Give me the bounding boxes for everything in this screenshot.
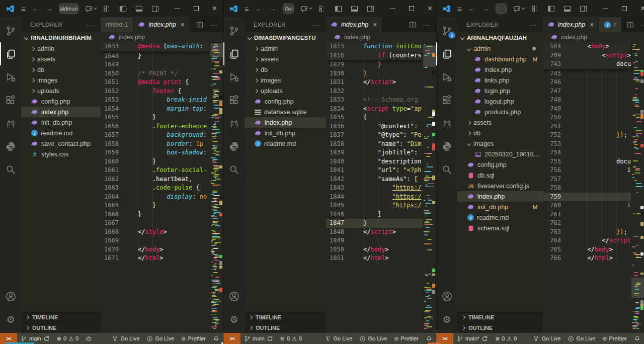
explorer-icon[interactable] <box>436 42 457 65</box>
command-center-search[interactable] <box>496 4 507 14</box>
file-init-db-php[interactable]: init_db.phpM <box>457 202 543 212</box>
minimize-button[interactable] <box>175 9 180 9</box>
panel-timeline[interactable]: TIMELINE <box>245 312 326 322</box>
file-logout-php[interactable]: logout.php <box>457 96 543 107</box>
toggle-secondary-sidebar-button[interactable] <box>367 5 374 13</box>
toggle-panel-button[interactable] <box>351 5 358 13</box>
toggle-secondary-sidebar-button[interactable] <box>151 5 159 13</box>
file-save-contact-php[interactable]: save_contact.php <box>21 138 101 149</box>
python-icon[interactable] <box>0 135 21 158</box>
file-schema-sql[interactable]: schema.sql <box>457 223 543 233</box>
workspace-root[interactable]: DIMASDWIPANGESTU <box>245 32 326 43</box>
folder-assets[interactable]: assets <box>457 117 543 128</box>
source-control-icon[interactable] <box>223 19 245 42</box>
maximize-button[interactable] <box>409 6 414 11</box>
panel-timeline[interactable]: TIMELINE <box>457 312 543 322</box>
command-center-search[interactable]: aldinuri <box>59 4 78 14</box>
forward-button[interactable]: → <box>482 5 489 13</box>
menu-icon[interactable]: ≡ <box>457 5 462 13</box>
explorer-icon[interactable] <box>223 42 245 65</box>
folder-admin[interactable]: admin <box>457 43 543 54</box>
minimize-button[interactable] <box>390 9 395 9</box>
forward-button[interactable]: → <box>46 5 53 13</box>
file-products-php[interactable]: products.php <box>457 107 543 117</box>
folder-images[interactable]: images <box>457 138 543 149</box>
forward-button[interactable]: → <box>269 5 276 13</box>
file-config-php[interactable]: config.php <box>245 96 326 107</box>
customize-layout-button[interactable] <box>318 5 326 13</box>
customize-layout-button[interactable] <box>103 5 111 13</box>
split-editor-button[interactable] <box>627 21 634 28</box>
back-button[interactable]: ← <box>32 5 39 13</box>
minimap[interactable] <box>210 42 223 333</box>
cat-extension-icon[interactable] <box>436 112 457 135</box>
go-live-broadcast-button[interactable]: Go Live <box>321 333 356 344</box>
folder-uploads[interactable]: uploads <box>245 85 326 96</box>
file-tree[interactable]: RINALDINURIBRAHIMadminassetsdbimagesuplo… <box>21 32 101 312</box>
git-branch-status[interactable]: main* <box>453 333 492 344</box>
account-icon[interactable] <box>0 285 21 308</box>
panel-outline[interactable]: OUTLINE <box>457 322 543 333</box>
toggle-panel-button[interactable] <box>135 5 143 13</box>
close-tab-icon[interactable]: × <box>373 21 377 29</box>
python-icon[interactable] <box>436 135 457 158</box>
file-index-php[interactable]: index.php <box>245 117 326 128</box>
minimap[interactable] <box>631 42 644 333</box>
breadcrumb[interactable]: index.php <box>326 32 436 42</box>
file-links-php[interactable]: links.php <box>457 75 543 85</box>
minimize-button[interactable] <box>603 9 608 9</box>
source-control-icon[interactable]: 2 <box>436 19 457 42</box>
code-editor[interactable]: 504<body>709<script>743documen745ani7467… <box>543 42 644 333</box>
chat-button[interactable] <box>513 5 525 13</box>
folder-uploads[interactable]: uploads <box>21 85 101 96</box>
cat-extension-icon[interactable] <box>223 112 245 135</box>
maximize-button[interactable] <box>194 6 199 11</box>
menu-icon[interactable]: ≡ <box>21 5 26 13</box>
breadcrumb[interactable]: index.php <box>101 32 223 42</box>
code-editor[interactable]: 1633@media (max-width:1648}16491650/* PR… <box>101 42 223 333</box>
close-tab-icon[interactable]: × <box>181 21 185 29</box>
run-debug-icon[interactable] <box>436 65 457 89</box>
command-center-search[interactable]: dw <box>283 4 294 14</box>
file-config-php[interactable]: config.php <box>21 96 101 107</box>
explorer-icon[interactable] <box>0 42 21 65</box>
file-readme-md[interactable]: ireadme.md <box>245 138 326 149</box>
toggle-secondary-sidebar-button[interactable] <box>580 5 587 13</box>
folder-db[interactable]: db <box>457 128 543 138</box>
back-button[interactable]: ← <box>256 5 263 13</box>
git-branch-status[interactable]: main <box>240 333 277 344</box>
account-icon[interactable] <box>223 285 245 308</box>
settings-gear-icon[interactable]: ⚙ <box>223 308 245 331</box>
panel-timeline[interactable]: TIMELINE <box>21 312 101 322</box>
file-tree[interactable]: ARINALHAQFAUZIAHadmindashboard.phpMindex… <box>457 32 543 312</box>
search-icon[interactable] <box>0 158 21 181</box>
panel-outline[interactable]: OUTLINE <box>245 322 326 333</box>
file-database-sqlite[interactable]: database.sqlite <box>245 107 326 117</box>
tab-index-php[interactable]: index.php× <box>326 17 382 32</box>
cat-extension-icon[interactable] <box>0 112 21 135</box>
settings-gear-icon[interactable]: ⚙ <box>436 308 457 331</box>
file-init-db-php[interactable]: init_db.php <box>245 128 326 138</box>
go-live-play-button[interactable]: Go Live <box>356 333 390 344</box>
file-index-php[interactable]: index.php <box>457 64 543 75</box>
run-debug-icon[interactable] <box>223 65 245 89</box>
python-icon[interactable] <box>223 135 245 158</box>
problems-status[interactable]: ⊗0⚠0 <box>53 333 82 344</box>
explorer-more-actions[interactable]: ··· <box>87 21 95 29</box>
file-index-php[interactable]: index.php <box>21 107 101 117</box>
tab-index-php[interactable]: index.php× <box>543 17 599 32</box>
remote-indicator[interactable]: >< <box>223 333 240 344</box>
file-login-php[interactable]: login.php <box>457 85 543 96</box>
workspace-root[interactable]: ARINALHAQFAUZIAH <box>457 32 543 43</box>
go-live-play-button[interactable]: Go Live <box>143 333 178 344</box>
run-debug-icon[interactable] <box>0 65 21 89</box>
account-icon[interactable] <box>436 285 457 308</box>
panel-outline[interactable]: OUTLINE <box>21 322 101 333</box>
folder-db[interactable]: db <box>21 64 101 75</box>
tab-ntitled-1[interactable]: ntitled-1 <box>101 17 133 32</box>
explorer-more-actions[interactable]: ··· <box>312 21 320 29</box>
close-button[interactable]: × <box>640 5 644 13</box>
toggle-panel-button[interactable] <box>564 5 571 13</box>
toggle-sidebar-button[interactable] <box>119 5 127 13</box>
file-db-sql[interactable]: db.sql <box>457 170 543 181</box>
